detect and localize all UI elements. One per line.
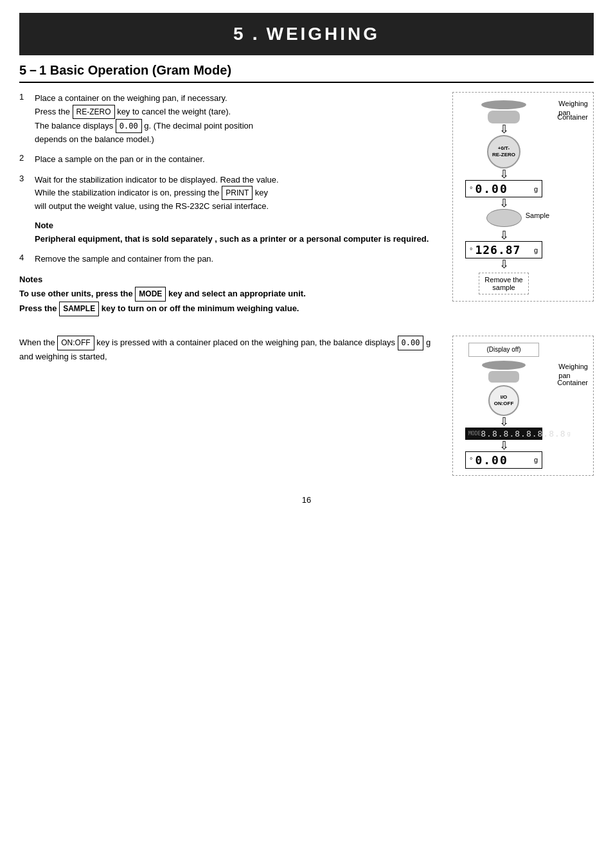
sample-label: Sample	[526, 212, 549, 219]
step1-line1: Place a container on the weighing pan, i…	[35, 93, 227, 103]
all-segments-unit: g	[567, 430, 571, 437]
reading1-dot: °	[470, 185, 472, 193]
step-2: 2 Place a sample on the pan or in the co…	[19, 153, 440, 166]
notes-section: Notes To use other units, press the MODE…	[19, 275, 440, 316]
reading2-unit: g	[534, 246, 538, 254]
notes-line2: Press the SAMPLE key to turn on or off t…	[19, 302, 440, 316]
step-text-3: Wait for the stabilization indicator to …	[35, 174, 440, 213]
reading-1: ° 0.00 g	[465, 180, 542, 197]
onoff-io-label: I/O	[501, 394, 508, 401]
section-title: 5－1 Basic Operation (Gram Mode)	[19, 62, 594, 83]
step1-line2b: key to cancel the weight (tare).	[115, 107, 231, 116]
all-segments-display: MODE 8.8.8.8.8.8.8.8 g	[465, 428, 542, 440]
rezero-key-1: RE-ZERO	[73, 105, 115, 119]
reading-lower-final: ° 0.00 g	[465, 451, 542, 469]
reading2-dot: °	[470, 246, 472, 254]
step-number-3: 3	[19, 174, 30, 213]
sample-key: SAMPLE	[59, 302, 99, 316]
step2-text: Place a sample on the pan or in the cont…	[35, 154, 205, 164]
lower-right-diagram: (Display off) Weighingpan Container I/O …	[452, 336, 594, 476]
note-block: Note Peripheral equipment, that is sold …	[35, 221, 440, 246]
step1-line3b: g. (The decimal point position	[142, 121, 253, 131]
print-key: PRINT	[222, 186, 253, 200]
step-list: 1 Place a container on the weighing pan,…	[19, 92, 440, 266]
lower-para: When the ON:OFF key is pressed with a co…	[19, 336, 440, 364]
note-title: Note	[35, 221, 440, 230]
arrow5: ⇩	[499, 258, 509, 270]
display-000-lower-val: 0.00	[402, 337, 420, 349]
mode-key: MODE	[135, 287, 166, 302]
step-number-4: 4	[19, 253, 30, 266]
step-number-2: 2	[19, 153, 30, 166]
reading2-value: 126.87	[475, 243, 520, 257]
step-text-4: Remove the sample and container from the…	[35, 253, 440, 266]
onoff-label: ON:OFF	[494, 401, 514, 407]
arrow-lower2: ⇩	[499, 440, 509, 451]
step-3: 3 Wait for the stabilization indicator t…	[19, 174, 440, 213]
container-shape	[488, 111, 520, 123]
onoff-key: ON:OFF	[57, 336, 94, 350]
reading-lower-unit: g	[534, 456, 538, 464]
reading-2: ° 126.87 g	[465, 241, 542, 258]
step-text-2: Place a sample on the pan or in the cont…	[35, 153, 440, 166]
onoff-button-diagram: I/O ON:OFF	[488, 385, 519, 416]
all-segments-val: 8.8.8.8.8.8.8.8	[481, 429, 565, 439]
page-header: 5．WEIGHING	[19, 13, 594, 55]
pan-shape-top	[481, 100, 526, 109]
display-off-box: (Display off)	[468, 343, 539, 357]
reading1-unit: g	[534, 185, 538, 193]
rezero-top-label: +0/T-	[498, 145, 510, 152]
note-text: Peripheral equipment, that is sold separ…	[35, 233, 440, 246]
step-number-1: 1	[19, 92, 30, 145]
rezero-button-diagram: +0/T- RE-ZERO	[487, 135, 520, 168]
pan-shape-bottom	[482, 361, 526, 370]
display-000-lower: 0.00	[398, 336, 424, 350]
step-1: 1 Place a container on the weighing pan,…	[19, 92, 440, 145]
arrow4: ⇩	[499, 230, 509, 241]
arrow3: ⇩	[499, 197, 509, 209]
right-diagram-top: Weighingpan Container ⇩ +0/T- RE-ZERO ⇩	[452, 92, 594, 316]
reading1-value: 0.00	[475, 182, 508, 195]
lower-left-text: When the ON:OFF key is pressed with a co…	[19, 336, 440, 476]
display-off-label: (Display off)	[486, 346, 520, 353]
mode-segment: MODE	[468, 431, 481, 437]
arrow2: ⇩	[499, 168, 509, 180]
step1-line3a: The balance displays	[35, 121, 116, 131]
step-4: 4 Remove the sample and container from t…	[19, 253, 440, 266]
weighing-pan-label-2: Weighingpan	[558, 362, 588, 381]
reading-lower-value: 0.00	[475, 453, 508, 467]
page-number: 16	[19, 495, 594, 505]
step-text-1: Place a container on the weighing pan, i…	[35, 92, 440, 145]
step3-line1: Wait for the stabilization indicator to …	[35, 175, 279, 185]
diagram-top-box: Weighingpan Container ⇩ +0/T- RE-ZERO ⇩	[452, 92, 594, 302]
container-label-2: Container	[557, 379, 588, 386]
container-shape-bottom	[488, 371, 519, 383]
step4-text: Remove the sample and container from the…	[35, 254, 213, 264]
step1-line2a: Press the	[35, 107, 73, 116]
display-000-val: 0.00	[120, 120, 138, 132]
arrow1: ⇩	[499, 123, 509, 135]
step3-line2a: While the stabilization indicator is on,…	[35, 188, 222, 197]
container-label-1: Container	[557, 113, 588, 121]
rezero-bottom-label: RE-ZERO	[492, 152, 515, 158]
display-000: 0.00	[116, 119, 142, 133]
remove-sample-box: Remove thesample	[479, 273, 528, 294]
sample-shape	[486, 209, 522, 227]
lower-section: When the ON:OFF key is pressed with a co…	[19, 336, 594, 476]
step1-line3c: depends on the balance model.)	[35, 134, 154, 144]
arrow-lower1: ⇩	[499, 416, 509, 428]
step3-line2b: key	[253, 188, 268, 197]
left-col: 1 Place a container on the weighing pan,…	[19, 92, 440, 316]
step3-line3: will output the weight value, using the …	[35, 201, 269, 211]
notes-title: Notes	[19, 275, 440, 284]
notes-line1: To use other units, press the MODE key a…	[19, 287, 440, 302]
main-layout: 1 Place a container on the weighing pan,…	[19, 92, 594, 316]
reading-lower-dot: °	[470, 456, 472, 464]
diagram-bottom-box: (Display off) Weighingpan Container I/O …	[452, 336, 594, 476]
